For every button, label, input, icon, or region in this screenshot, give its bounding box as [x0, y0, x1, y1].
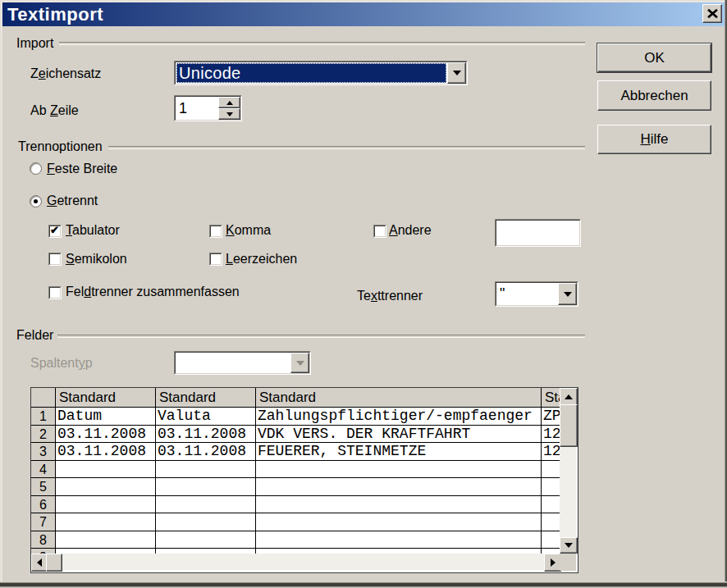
table-row: 4 [31, 461, 576, 479]
separated-radio[interactable] [30, 195, 42, 207]
text-delimiter-combobox[interactable]: " [495, 281, 578, 307]
column-type-value [176, 353, 290, 373]
table-cell[interactable]: FEUERER, STEINMETZE [256, 443, 542, 460]
import-group-line [59, 42, 585, 45]
spin-up-button[interactable] [218, 97, 240, 108]
from-row-value: 1 [176, 97, 217, 120]
row-number: 3 [31, 443, 56, 460]
text-delimiter-dropdown-button[interactable] [558, 283, 577, 305]
charset-label: Zeichensatz [30, 66, 101, 80]
table-cell[interactable] [156, 513, 256, 531]
merge-delimiters-checkbox[interactable] [48, 286, 62, 299]
other-separator-input[interactable] [495, 219, 581, 247]
space-checkbox[interactable] [209, 253, 222, 266]
table-cell[interactable] [56, 531, 156, 549]
table-cell[interactable] [256, 513, 542, 531]
column-type-label: Spaltentyp [30, 356, 93, 370]
window-frame-bottom [0, 581, 727, 588]
charset-value: Unicode [176, 63, 446, 83]
fields-group-label: Felder [16, 328, 53, 342]
table-cell[interactable] [256, 496, 542, 513]
close-button[interactable] [702, 4, 722, 23]
window-title: Textimport [2, 4, 103, 25]
charset-dropdown-button[interactable] [447, 62, 466, 84]
other-label: Andere [389, 223, 432, 237]
table-cell[interactable] [256, 461, 542, 478]
vertical-scrollbar[interactable] [560, 388, 576, 554]
table-row: 7 [31, 513, 576, 531]
from-row-spinner[interactable]: 1 [174, 95, 242, 121]
cancel-button[interactable]: Abbrechen [597, 80, 711, 111]
table-cell[interactable] [56, 513, 156, 531]
table-cell[interactable] [56, 496, 156, 513]
row-number: 1 [31, 408, 56, 425]
table-cell[interactable]: 03.11.2008 [156, 443, 256, 460]
table-row: 303.11.200803.11.2008FEUERER, STEINMETZE… [31, 443, 576, 461]
table-cell[interactable]: Valuta [156, 408, 256, 425]
help-button[interactable]: Hilfe [597, 125, 711, 154]
ok-button[interactable]: OK [597, 43, 711, 72]
from-row-label: Ab Zeile [30, 103, 79, 117]
other-separator-value [496, 221, 579, 245]
scroll-up-button[interactable] [560, 388, 578, 406]
textimport-dialog: Textimport Import Zeichensatz Unicode Ab… [0, 0, 727, 588]
charset-combobox[interactable]: Unicode [174, 61, 468, 85]
vertical-scrollbar-thumb[interactable] [560, 404, 578, 447]
horizontal-scrollbar-thumb[interactable] [46, 554, 62, 572]
preview-header-row: StandardStandardStandardStandard [31, 388, 576, 408]
scroll-right-icon [551, 558, 556, 567]
horizontal-scrollbar[interactable] [31, 554, 560, 570]
table-cell[interactable] [156, 496, 256, 513]
fixed-width-label: Feste Breite [47, 162, 117, 175]
spin-down-button[interactable] [218, 108, 240, 120]
spin-down-icon [226, 112, 233, 116]
table-cell[interactable] [156, 478, 256, 495]
options-group-label: Trennoptionen [18, 139, 103, 153]
scroll-right-button[interactable] [544, 554, 561, 572]
chevron-down-icon [453, 71, 461, 75]
table-row: 6 [31, 496, 576, 514]
table-cell[interactable]: Zahlungspflichtiger/-empfaenger [256, 408, 542, 425]
column-header[interactable]: Standard [256, 388, 542, 407]
semicolon-label: Semikolon [66, 252, 127, 266]
table-cell[interactable] [56, 478, 156, 495]
scroll-down-button[interactable] [560, 537, 578, 554]
row-number: 7 [31, 513, 56, 531]
text-delimiter-label: Texttrenner [357, 289, 423, 303]
scroll-up-icon [565, 394, 573, 399]
table-cell[interactable] [156, 531, 256, 549]
fixed-width-radio[interactable] [30, 162, 42, 175]
chevron-down-icon [564, 292, 572, 297]
space-label: Leerzeichen [226, 252, 297, 266]
row-number: 8 [31, 531, 56, 549]
table-cell[interactable]: Datum [56, 408, 156, 425]
column-header[interactable]: Standard [56, 388, 156, 407]
table-cell[interactable] [156, 461, 256, 478]
comma-checkbox[interactable] [209, 225, 222, 238]
table-cell[interactable]: 03.11.2008 [156, 426, 256, 443]
tab-checkbox[interactable] [48, 225, 62, 238]
semicolon-checkbox[interactable] [48, 253, 62, 266]
merge-delimiters-label: Feldtrenner zusammenfassen [66, 285, 240, 299]
table-cell[interactable]: 03.11.2008 [56, 426, 156, 443]
table-cell[interactable]: 03.11.2008 [56, 443, 156, 460]
table-cell[interactable] [256, 531, 542, 549]
column-header[interactable]: Standard [156, 388, 256, 407]
table-row: 1DatumValutaZahlungspflichtiger/-empfaen… [31, 408, 576, 426]
comma-label: Komma [226, 223, 271, 237]
other-checkbox[interactable] [373, 225, 386, 238]
import-group-label: Import [16, 36, 53, 50]
title-bar: Textimport [2, 2, 725, 26]
close-icon [706, 8, 719, 19]
scroll-left-icon [37, 558, 42, 567]
table-cell[interactable] [256, 478, 542, 495]
text-delimiter-value: " [496, 283, 558, 305]
scroll-left-button[interactable] [31, 554, 48, 572]
spin-up-icon [226, 101, 233, 105]
scrollbar-corner [560, 554, 576, 571]
column-type-combobox [174, 351, 311, 375]
row-number: 6 [31, 496, 56, 513]
row-number: 4 [31, 461, 56, 478]
table-cell[interactable] [56, 461, 156, 478]
table-cell[interactable]: VDK VERS. DER KRAFTFAHRT [256, 426, 542, 443]
